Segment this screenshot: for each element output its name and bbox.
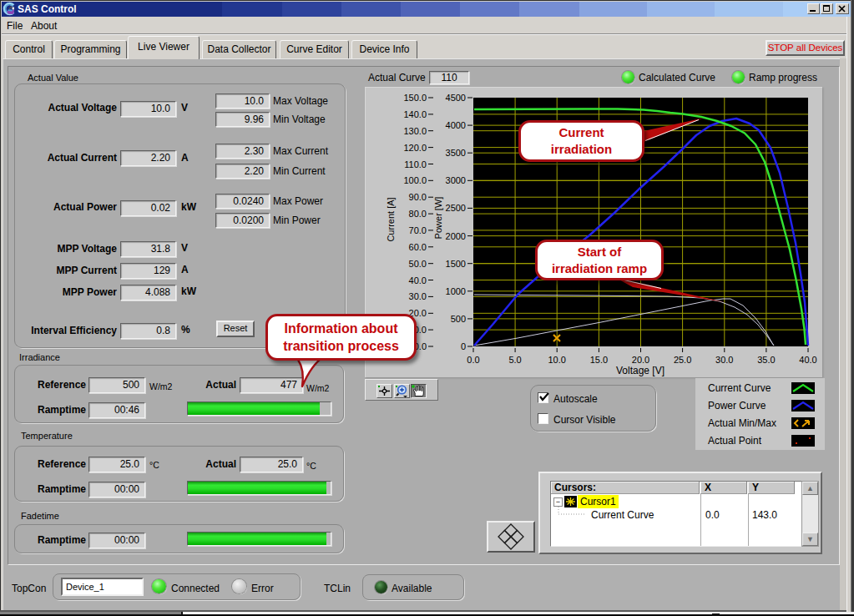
svg-text:80.0: 80.0 bbox=[409, 209, 427, 219]
svg-text:140.0: 140.0 bbox=[403, 109, 427, 119]
svg-text:2500: 2500 bbox=[446, 203, 466, 213]
svg-text:40.0: 40.0 bbox=[799, 355, 816, 365]
svg-text:70.0: 70.0 bbox=[409, 225, 427, 235]
svg-text:50.0: 50.0 bbox=[409, 259, 427, 269]
svg-text:120.0: 120.0 bbox=[403, 143, 427, 153]
svg-text:25.0: 25.0 bbox=[674, 355, 691, 365]
svg-text:10.0: 10.0 bbox=[548, 355, 565, 365]
svg-text:150.0: 150.0 bbox=[403, 93, 427, 103]
svg-text:0.0: 0.0 bbox=[467, 355, 479, 365]
svg-text:0: 0 bbox=[461, 341, 466, 351]
svg-text:1500: 1500 bbox=[446, 259, 466, 269]
svg-text:3000: 3000 bbox=[446, 175, 466, 185]
svg-text:500: 500 bbox=[451, 314, 466, 324]
svg-text:90.0: 90.0 bbox=[409, 192, 427, 202]
svg-text:Current [A]: Current [A] bbox=[386, 197, 396, 241]
svg-text:4000: 4000 bbox=[446, 120, 466, 130]
svg-text:3500: 3500 bbox=[446, 148, 466, 158]
svg-text:30.0: 30.0 bbox=[409, 291, 427, 301]
svg-text:130.0: 130.0 bbox=[403, 126, 427, 136]
svg-text:110.0: 110.0 bbox=[404, 159, 427, 169]
svg-text:100.0: 100.0 bbox=[403, 175, 427, 185]
svg-text:60.0: 60.0 bbox=[409, 242, 427, 252]
svg-text:35.0: 35.0 bbox=[757, 355, 775, 365]
svg-text:20.0: 20.0 bbox=[632, 355, 649, 365]
svg-text:Power [W]: Power [W] bbox=[433, 197, 443, 240]
svg-text:Voltage [V]: Voltage [V] bbox=[616, 365, 665, 376]
svg-text:1000: 1000 bbox=[446, 286, 466, 296]
svg-text:2000: 2000 bbox=[446, 231, 466, 241]
svg-text:5.0: 5.0 bbox=[508, 355, 521, 365]
svg-text:30.0: 30.0 bbox=[715, 355, 733, 365]
svg-text:4500: 4500 bbox=[446, 93, 466, 103]
svg-text:40.0: 40.0 bbox=[409, 275, 427, 285]
svg-text:15.0: 15.0 bbox=[590, 355, 608, 365]
